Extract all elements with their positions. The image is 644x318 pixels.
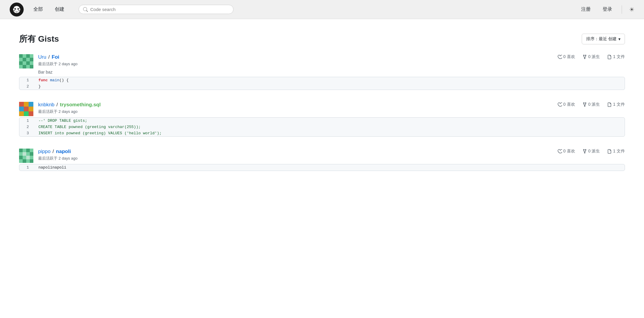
gist-repo[interactable]: napoli (56, 149, 71, 154)
file-icon (607, 54, 612, 59)
gist-user[interactable]: Uru (38, 54, 46, 60)
svg-rect-33 (29, 102, 33, 107)
sort-label: 排序：最近 创建 (586, 36, 617, 42)
svg-rect-56 (19, 159, 23, 163)
search-input[interactable] (90, 7, 229, 12)
gist-repo[interactable]: trysomething.sql (60, 102, 101, 107)
gist-meta: 最后活跃于 2 days ago (38, 109, 101, 114)
file-icon (607, 149, 612, 154)
svg-rect-26 (30, 65, 33, 68)
code-block: 1 func main() { 2 } (19, 77, 625, 90)
heart-icon (557, 102, 562, 107)
svg-point-62 (584, 152, 585, 153)
svg-rect-52 (19, 156, 23, 159)
svg-rect-34 (19, 107, 24, 111)
forks-stat[interactable]: 0 派生 (582, 54, 600, 60)
page-title: 所有 Gists (19, 33, 59, 45)
gist-item: pippo / napoli 最后活跃于 2 days ago 0 喜欢 (19, 149, 625, 171)
svg-rect-54 (26, 156, 30, 159)
code-line: 3 INSERT into powned (greeting) VALUES (… (19, 130, 625, 136)
svg-rect-59 (30, 159, 33, 163)
svg-rect-20 (23, 61, 26, 65)
files-stat[interactable]: 1 文件 (607, 102, 625, 107)
page-header: 所有 Gists 排序：最近 创建 ▾ (19, 33, 625, 45)
theme-toggle-icon[interactable]: ☀ (629, 6, 634, 13)
login-button[interactable]: 登录 (600, 5, 615, 14)
likes-stat[interactable]: 0 喜欢 (557, 102, 575, 107)
main-content: 所有 Gists 排序：最近 创建 ▾ (0, 19, 644, 318)
register-button[interactable]: 注册 (579, 5, 593, 14)
gist-user[interactable]: pippo (38, 149, 51, 154)
svg-rect-50 (26, 152, 30, 156)
svg-rect-15 (19, 58, 23, 61)
svg-rect-49 (23, 152, 26, 156)
code-block: 1 --' DROP TABLE gists; 2 CREATE TABLE p… (19, 117, 625, 137)
gist-meta: 最后活跃于 2 days ago (38, 61, 77, 67)
gist-description: Bar baz (38, 70, 625, 74)
code-block: 1 napolinapoli (19, 164, 625, 171)
avatar (19, 149, 33, 163)
svg-rect-46 (26, 149, 30, 152)
svg-rect-17 (26, 58, 30, 61)
gist-header: Uru / Foi 最后活跃于 2 days ago 0 喜欢 (19, 54, 625, 68)
code-line: 1 --' DROP TABLE gists; (19, 118, 625, 124)
svg-rect-35 (24, 107, 29, 111)
svg-rect-19 (19, 61, 23, 65)
likes-stat[interactable]: 0 喜欢 (557, 149, 575, 154)
svg-rect-44 (19, 149, 23, 152)
svg-point-41 (585, 103, 586, 104)
gist-title: pippo / napoli (38, 149, 77, 155)
gist-repo[interactable]: Foi (52, 54, 60, 60)
svg-point-42 (584, 106, 585, 107)
nav-create[interactable]: 创建 (52, 5, 67, 14)
svg-point-27 (583, 55, 584, 56)
header: 全部 创建 注册 登录 ☀ (0, 0, 644, 19)
svg-rect-16 (23, 58, 26, 61)
code-line: 2 } (19, 83, 625, 90)
svg-point-40 (583, 103, 584, 104)
gist-left: Uru / Foi 最后活跃于 2 days ago (19, 54, 77, 68)
svg-rect-37 (19, 111, 24, 116)
file-icon (607, 102, 612, 107)
sort-button[interactable]: 排序：最近 创建 ▾ (582, 34, 625, 44)
search-icon (83, 7, 88, 12)
header-divider (622, 5, 622, 14)
gist-meta: 最后活跃于 2 days ago (38, 156, 77, 161)
search-bar[interactable] (79, 5, 234, 14)
gist-left: knbknb / trysomething.sql 最后活跃于 2 days a… (19, 102, 101, 116)
svg-point-61 (585, 149, 586, 150)
logo[interactable] (10, 2, 24, 17)
forks-stat[interactable]: 0 派生 (582, 149, 600, 154)
gist-title: Uru / Foi (38, 54, 77, 60)
svg-point-60 (583, 149, 584, 150)
svg-rect-22 (30, 61, 33, 65)
svg-rect-51 (30, 152, 33, 156)
gist-info: Uru / Foi 最后活跃于 2 days ago (38, 54, 77, 67)
svg-rect-48 (19, 152, 23, 156)
svg-rect-53 (23, 156, 26, 159)
forks-stat[interactable]: 0 派生 (582, 102, 600, 107)
files-stat[interactable]: 1 文件 (607, 54, 625, 60)
gist-stats: 0 喜欢 0 派生 1 文件 (557, 102, 625, 107)
svg-rect-36 (29, 107, 33, 111)
fork-icon (582, 102, 587, 107)
fork-icon (582, 54, 587, 59)
svg-rect-47 (30, 149, 33, 152)
gist-item: knbknb / trysomething.sql 最后活跃于 2 days a… (19, 102, 625, 137)
svg-rect-24 (23, 65, 26, 68)
fork-icon (582, 149, 587, 154)
likes-stat[interactable]: 0 喜欢 (557, 54, 575, 60)
svg-rect-55 (30, 156, 33, 159)
svg-rect-21 (26, 61, 30, 65)
svg-rect-45 (23, 149, 26, 152)
svg-rect-25 (26, 65, 30, 68)
sort-chevron-icon: ▾ (618, 37, 620, 41)
avatar (19, 54, 33, 68)
nav-all[interactable]: 全部 (31, 5, 45, 14)
files-stat[interactable]: 1 文件 (607, 149, 625, 154)
svg-rect-57 (23, 159, 26, 163)
svg-rect-18 (30, 58, 33, 61)
svg-rect-13 (26, 54, 30, 58)
header-right: 注册 登录 ☀ (579, 5, 634, 14)
gist-user[interactable]: knbknb (38, 102, 55, 107)
